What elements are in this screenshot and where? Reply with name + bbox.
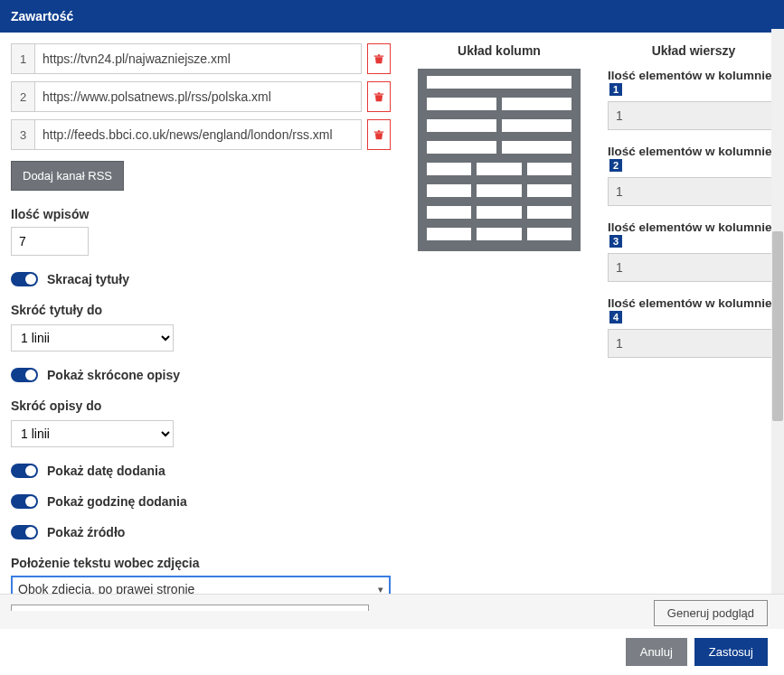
- toggle-shorten-titles[interactable]: [11, 272, 38, 286]
- layout-cell: [502, 119, 571, 132]
- row-layout-section: Układ wierszy Ilość elementów w kolumnie…: [608, 43, 779, 600]
- row-count-field: Ilość elementów w kolumnie 1: [608, 69, 779, 130]
- layout-row[interactable]: [423, 76, 575, 89]
- rss-index: 3: [11, 119, 34, 150]
- layout-cell: [527, 184, 571, 197]
- column-badge: 1: [609, 83, 622, 96]
- scrollbar-track[interactable]: [771, 29, 784, 597]
- dropdown-option[interactable]: Obok zdjęcia, po lewej stronie: [12, 605, 368, 611]
- text-position-dropdown: Obok zdjęcia, po lewej stronieObok zdjęc…: [11, 605, 369, 611]
- column-badge: 2: [609, 159, 622, 172]
- layout-cell: [527, 206, 571, 219]
- rss-row: 2: [11, 81, 391, 112]
- row-count-field: Ilość elementów w kolumnie 4: [608, 296, 779, 358]
- column-badge: 4: [609, 311, 622, 323]
- layout-row[interactable]: [423, 206, 575, 219]
- rss-index: 1: [11, 43, 34, 74]
- layout-cell: [477, 206, 521, 219]
- row-count-label: Ilość elementów w kolumnie 3: [608, 220, 779, 248]
- generate-preview-button[interactable]: Generuj podgląd: [654, 600, 768, 626]
- delete-rss-button[interactable]: [367, 81, 391, 112]
- rss-url-input[interactable]: [34, 43, 362, 74]
- layout-cell: [502, 98, 571, 110]
- row-count-input[interactable]: [608, 177, 779, 206]
- trash-icon: [373, 90, 385, 103]
- row-layout-title: Układ wierszy: [608, 43, 779, 58]
- toggle-show-descriptions-label: Pokaż skrócone opisy: [47, 368, 180, 382]
- layout-cell: [427, 184, 471, 197]
- trash-icon: [373, 52, 385, 65]
- column-badge: 3: [609, 235, 622, 248]
- add-rss-button[interactable]: Dodaj kanał RSS: [11, 161, 124, 191]
- scrollbar-thumb[interactable]: [772, 231, 783, 421]
- rss-url-input[interactable]: [34, 81, 362, 112]
- toggle-show-time-label: Pokaż godzinę dodania: [47, 494, 187, 509]
- content-area: 123 Dodaj kanał RSS Ilość wpisów Skracaj…: [0, 33, 784, 611]
- layout-cell: [427, 76, 571, 89]
- layout-cell: [477, 184, 521, 197]
- apply-button[interactable]: Zastosuj: [694, 638, 768, 666]
- layout-cell: [477, 228, 521, 240]
- rss-url-input[interactable]: [34, 119, 362, 150]
- layout-cell: [477, 163, 521, 175]
- layout-row[interactable]: [423, 98, 575, 110]
- text-position-label: Położenie tekstu wobec zdjęcia: [11, 556, 391, 570]
- layout-cell: [427, 141, 496, 154]
- toggle-show-source-label: Pokaż źródło: [47, 525, 125, 539]
- layout-cell: [427, 228, 471, 240]
- panel-title: Zawartość: [11, 9, 73, 23]
- toggle-show-descriptions[interactable]: [11, 368, 38, 382]
- row-count-input[interactable]: [608, 253, 779, 282]
- column-layout-box[interactable]: [418, 69, 581, 251]
- layout-row[interactable]: [423, 141, 575, 154]
- column-layout-title: Układ kolumn: [418, 43, 581, 58]
- row-count-field: Ilość elementów w kolumnie 3: [608, 220, 779, 282]
- layout-cell: [427, 206, 471, 219]
- rss-row: 3: [11, 119, 391, 150]
- row-count-input[interactable]: [608, 101, 779, 130]
- layout-cell: [502, 141, 571, 154]
- row-count-label: Ilość elementów w kolumnie 4: [608, 296, 779, 323]
- layout-cell: [427, 98, 496, 110]
- row-count-input[interactable]: [608, 329, 779, 358]
- rss-row: 1: [11, 43, 391, 74]
- column-layout-section: Układ kolumn: [418, 43, 581, 600]
- entries-label: Ilość wpisów: [11, 207, 391, 221]
- desc-lines-select[interactable]: 1 linii: [11, 420, 174, 447]
- row-count-field: Ilość elementów w kolumnie 2: [608, 145, 779, 206]
- toggle-show-date[interactable]: [11, 464, 38, 478]
- delete-rss-button[interactable]: [367, 43, 391, 74]
- toggle-shorten-titles-label: Skracaj tytuły: [47, 272, 129, 286]
- layout-cell: [427, 163, 471, 175]
- layout-cell: [427, 119, 496, 132]
- toggle-show-time[interactable]: [11, 494, 38, 509]
- title-lines-label: Skróć tytuły do: [11, 303, 391, 317]
- layout-cell: [527, 163, 571, 175]
- layout-row[interactable]: [423, 119, 575, 132]
- entries-input[interactable]: [11, 227, 89, 256]
- title-lines-select[interactable]: 1 linii: [11, 324, 174, 352]
- delete-rss-button[interactable]: [367, 119, 391, 150]
- desc-lines-label: Skróć opisy do: [11, 398, 391, 413]
- rss-index: 2: [11, 81, 34, 112]
- left-column: 123 Dodaj kanał RSS Ilość wpisów Skracaj…: [11, 43, 391, 600]
- panel-header: Zawartość: [0, 0, 784, 33]
- cancel-button[interactable]: Anuluj: [626, 638, 687, 666]
- layout-cell: [527, 228, 571, 240]
- row-count-label: Ilość elementów w kolumnie 1: [608, 69, 779, 96]
- layout-row[interactable]: [423, 184, 575, 197]
- footer-bottom: Anuluj Zastosuj: [0, 629, 784, 675]
- footer-top: Generuj podgląd: [0, 594, 784, 632]
- toggle-show-date-label: Pokaż datę dodania: [47, 464, 165, 478]
- toggle-show-source[interactable]: [11, 525, 38, 539]
- row-count-label: Ilość elementów w kolumnie 2: [608, 145, 779, 172]
- trash-icon: [373, 128, 385, 141]
- layout-row[interactable]: [423, 163, 575, 175]
- layout-row[interactable]: [423, 228, 575, 240]
